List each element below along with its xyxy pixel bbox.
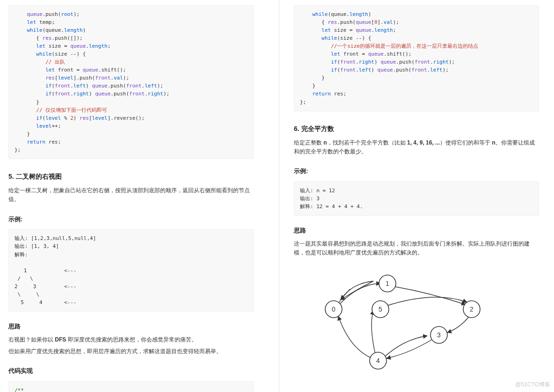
- page-right: while(queue.length) { res.push(queue[0].…: [285, 0, 547, 392]
- svg-text:0: 0: [332, 305, 335, 313]
- svg-text:4: 4: [376, 357, 380, 364]
- code-rightsideview-cont: while(queue.length) { res.push(queue[0].…: [294, 5, 539, 111]
- example-5: 输入: [1,2,3,null,5,null,4] 输出: [1, 3, 4] …: [8, 229, 254, 311]
- thought-heading-6: 思路: [294, 226, 539, 236]
- thought-p-6: 这一题其实最容易想到的思路是动态规划，我们放到后面专门来拆解。实际上用队列进行图…: [294, 240, 539, 257]
- code-rightsideview: /** * @param {TreeNode} root * @return {…: [8, 381, 254, 392]
- example-6: 输入: n = 12 输出: 3 解释: 12 = 4 + 4 + 4.: [294, 181, 539, 216]
- svg-text:5: 5: [379, 305, 382, 313]
- impl-heading: 代码实现: [8, 366, 254, 376]
- bfs-graph-diagram: 0 1 2 3 4 5: [294, 265, 490, 382]
- code-zigzag-continued: queue.push(root); let temp; while(queue.…: [8, 5, 254, 159]
- page-left: queue.push(root); let temp; while(queue.…: [0, 0, 262, 392]
- section-6-desc: 给定正整数 n，找到若干个完全平方数（比如 1, 4, 9, 16, ...）使…: [294, 138, 539, 156]
- svg-text:2: 2: [470, 305, 474, 313]
- section-5-heading: 5. 二叉树的右视图: [8, 171, 254, 181]
- page-divider: [279, 0, 279, 392]
- example-label-6: 示例:: [294, 167, 539, 176]
- example-label: 示例:: [8, 215, 254, 225]
- section-5-desc: 给定一棵二叉树，想象自己站在它的右侧，按照从顶部到底部的顺序，返回从右侧所能看到…: [8, 186, 254, 204]
- thought-heading: 思路: [8, 322, 254, 332]
- svg-text:3: 3: [437, 331, 441, 339]
- watermark: @51CTO博客: [515, 380, 550, 389]
- thought-p1: 右视图？如果你以 DFS 即深度优先搜索的思路来想，你会感觉异常的痛苦。: [8, 335, 254, 344]
- svg-text:1: 1: [386, 280, 389, 287]
- thought-p2: 但如果用广度优先搜索的思想，即用层序遍历的方式，求解这道题目也变得轻而易举。: [8, 347, 254, 356]
- section-6-heading: 6. 完全平方数: [294, 123, 539, 134]
